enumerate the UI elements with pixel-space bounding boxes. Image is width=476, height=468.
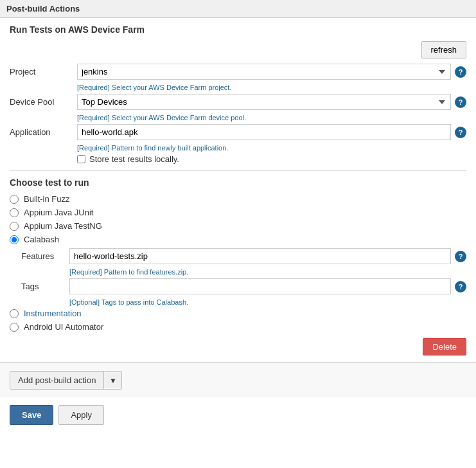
radio-row-android-ui: Android UI Automator — [10, 322, 466, 332]
project-control-wrap: jenkins ? — [77, 64, 466, 80]
label-appium-junit: Appium Java JUnit — [24, 208, 93, 217]
radio-appium-testng[interactable] — [10, 222, 19, 231]
section-header: Post-build Actions — [0, 0, 476, 18]
apply-button[interactable]: Apply — [58, 405, 104, 425]
delete-button[interactable]: Delete — [423, 338, 466, 356]
device-pool-label: Device Pool — [10, 94, 77, 107]
radio-calabash[interactable] — [10, 235, 19, 244]
main-section-body: Run Tests on AWS Device Farm refresh Pro… — [0, 18, 476, 363]
tags-label: Tags — [21, 278, 69, 291]
label-instrumentation: Instrumentation — [24, 309, 82, 318]
device-pool-row: Device Pool Top Devices ? — [10, 94, 466, 110]
page-container: Post-build Actions Run Tests on AWS Devi… — [0, 0, 476, 433]
project-select[interactable]: jenkins — [77, 64, 451, 80]
project-hint: [Required] Select your AWS Device Farm p… — [77, 84, 466, 91]
calabash-sub-section: Features ? [Required] Pattern to find fe… — [21, 248, 466, 306]
store-results-checkbox[interactable] — [77, 155, 85, 163]
store-results-label: Store test results locally. — [89, 154, 179, 164]
features-help-icon[interactable]: ? — [455, 251, 466, 262]
add-post-build-label: Add post-build action — [10, 372, 104, 389]
divider — [10, 170, 466, 171]
post-build-actions-title: Post-build Actions — [6, 4, 80, 14]
project-row: Project jenkins ? — [10, 64, 466, 80]
radio-row-instrumentation: Instrumentation — [10, 309, 466, 318]
application-control-wrap: ? — [77, 124, 466, 140]
footer-section: Add post-build action ▼ — [0, 363, 476, 397]
store-results-row: Store test results locally. — [77, 154, 466, 164]
tags-input[interactable] — [69, 278, 451, 294]
tags-row: Tags ? — [21, 278, 466, 294]
application-hint: [Required] Pattern to find newly built a… — [77, 144, 466, 152]
radio-builtin-fuzz[interactable] — [10, 195, 19, 204]
application-help-icon[interactable]: ? — [455, 127, 466, 138]
delete-row: Delete — [10, 338, 466, 356]
device-pool-help-icon[interactable]: ? — [455, 96, 466, 108]
features-control-wrap: ? — [69, 248, 466, 264]
save-button[interactable]: Save — [10, 405, 53, 425]
device-pool-select[interactable]: Top Devices — [77, 94, 451, 110]
add-post-build-arrow-icon: ▼ — [104, 373, 121, 388]
tags-control-wrap: ? — [69, 278, 466, 294]
radio-row-calabash: Calabash — [10, 235, 466, 244]
bottom-buttons-row: Save Apply — [0, 397, 476, 433]
features-row: Features ? — [21, 248, 466, 264]
tags-help-icon[interactable]: ? — [455, 281, 466, 292]
label-android-ui: Android UI Automator — [24, 322, 103, 332]
label-appium-testng: Appium Java TestNG — [24, 221, 102, 231]
project-label: Project — [10, 64, 77, 76]
refresh-button[interactable]: refresh — [421, 41, 466, 59]
radio-android-ui[interactable] — [10, 323, 19, 332]
refresh-row: refresh — [10, 41, 466, 59]
application-label: Application — [10, 124, 77, 137]
choose-test-title: Choose test to run — [10, 177, 466, 188]
label-builtin-fuzz: Built-in Fuzz — [24, 194, 70, 204]
label-calabash: Calabash — [24, 235, 59, 244]
device-pool-control-wrap: Top Devices ? — [77, 94, 466, 110]
application-input[interactable] — [77, 124, 451, 140]
tags-hint: [Optional] Tags to pass into Calabash. — [69, 298, 466, 306]
device-pool-hint: [Required] Select your AWS Device Farm d… — [77, 114, 466, 122]
subsection-title: Run Tests on AWS Device Farm — [10, 24, 466, 35]
add-post-build-btn[interactable]: Add post-build action ▼ — [10, 371, 122, 390]
project-help-icon[interactable]: ? — [455, 66, 466, 78]
application-row: Application ? — [10, 124, 466, 140]
radio-row-appium-junit: Appium Java JUnit — [10, 208, 466, 217]
radio-row-appium-testng: Appium Java TestNG — [10, 221, 466, 231]
radio-row-builtin-fuzz: Built-in Fuzz — [10, 194, 466, 204]
features-label: Features — [21, 248, 69, 261]
radio-appium-junit[interactable] — [10, 208, 19, 217]
features-input[interactable] — [69, 248, 451, 264]
features-hint: [Required] Pattern to find features.zip. — [69, 268, 466, 276]
radio-instrumentation[interactable] — [10, 309, 19, 318]
